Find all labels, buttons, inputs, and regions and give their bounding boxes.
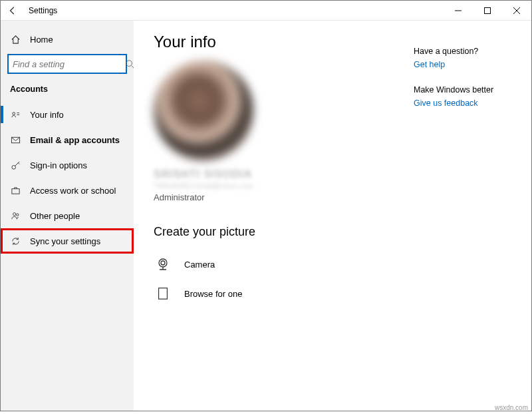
sidebar-item-email-app-accounts[interactable]: Email & app accounts	[1, 127, 134, 152]
window-title: Settings	[29, 6, 57, 15]
sidebar-item-sync-your-settings[interactable]: Sync your settings	[1, 228, 134, 254]
svg-rect-18	[159, 288, 168, 300]
sidebar-item-label: Your info	[30, 110, 64, 120]
sidebar-item-label: Sync your settings	[30, 236, 100, 246]
get-help-link[interactable]: Get help	[414, 60, 513, 69]
help-panel: Have a question? Get help Make Windows b…	[414, 47, 513, 124]
svg-point-17	[161, 261, 165, 265]
svg-point-6	[12, 112, 15, 114]
sidebar: Home Accounts Your infoEmail & app accou…	[1, 21, 134, 411]
sidebar-item-label: Sign-in options	[30, 160, 87, 170]
back-button[interactable]	[5, 3, 21, 19]
browse-icon	[154, 284, 172, 303]
camera-option[interactable]: Camera	[154, 250, 518, 279]
maximize-button[interactable]	[473, 1, 502, 21]
sidebar-item-your-info[interactable]: Your info	[1, 102, 134, 127]
question-heading: Have a question?	[414, 47, 513, 56]
sync-icon	[10, 236, 21, 246]
watermark: wsxdn.com	[495, 404, 528, 411]
people-icon	[10, 210, 21, 221]
home-nav[interactable]: Home	[1, 27, 134, 51]
key-icon	[10, 160, 21, 170]
briefcase-icon	[10, 185, 21, 196]
mail-icon	[10, 134, 21, 145]
option-label: Camera	[184, 260, 215, 270]
section-header: Accounts	[1, 81, 134, 102]
person-card-icon	[10, 109, 21, 120]
svg-point-16	[159, 259, 167, 267]
user-role: Administrator	[154, 192, 518, 202]
sidebar-item-label: Email & app accounts	[30, 135, 120, 145]
close-button[interactable]	[502, 1, 531, 21]
sidebar-item-label: Other people	[30, 211, 80, 221]
create-picture-heading: Create your picture	[154, 225, 518, 239]
home-icon	[10, 34, 21, 45]
search-input[interactable]	[13, 59, 125, 69]
sidebar-item-other-people[interactable]: Other people	[1, 203, 134, 228]
option-label: Browse for one	[184, 289, 242, 299]
sidebar-item-label: Access work or school	[30, 186, 116, 196]
home-label: Home	[30, 35, 53, 45]
camera-icon	[154, 255, 172, 274]
sidebar-item-access-work-or-school[interactable]: Access work or school	[1, 178, 134, 203]
feedback-link[interactable]: Give us feedback	[414, 99, 513, 108]
main-content: Your info SRISHTI SISODIA TWE/60362.emai…	[134, 21, 531, 411]
minimize-button[interactable]	[444, 1, 473, 21]
svg-rect-1	[485, 7, 491, 13]
svg-rect-13	[11, 188, 19, 194]
search-icon	[125, 59, 134, 69]
svg-line-12	[18, 162, 19, 164]
feedback-heading: Make Windows better	[414, 85, 513, 95]
search-box[interactable]	[7, 54, 127, 74]
svg-point-14	[13, 212, 15, 215]
browse-for-one-option[interactable]: Browse for one	[154, 279, 518, 308]
user-email: TWE/60362.email@mhnu.com	[154, 182, 518, 190]
svg-point-15	[16, 213, 18, 215]
sidebar-item-sign-in-options[interactable]: Sign-in options	[1, 152, 134, 178]
avatar	[154, 61, 253, 160]
svg-point-4	[126, 61, 132, 67]
user-name: SRISHTI SISODIA	[154, 168, 518, 180]
